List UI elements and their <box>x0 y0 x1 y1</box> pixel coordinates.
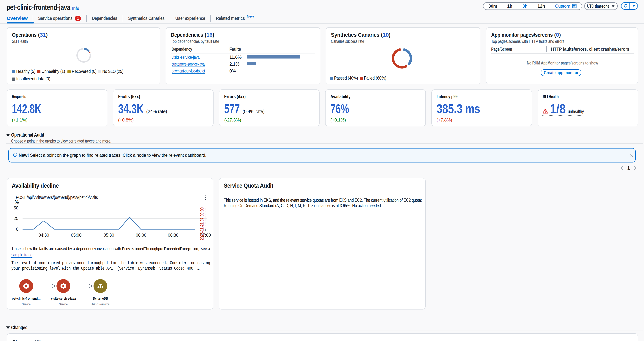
svg-text:%: % <box>15 200 19 204</box>
svg-text:06:30: 06:30 <box>168 233 178 238</box>
svg-text:0: 0 <box>16 226 18 232</box>
svg-text:25: 25 <box>14 216 18 221</box>
svg-text:04:30: 04:30 <box>38 233 49 238</box>
svg-text:05:00: 05:00 <box>71 233 82 238</box>
svg-text:05:30: 05:30 <box>104 233 114 238</box>
svg-text:50: 50 <box>14 205 18 210</box>
svg-text:06:00: 06:00 <box>136 233 146 238</box>
svg-text:2025-11-21 07:00:00: 2025-11-21 07:00:00 <box>200 208 204 240</box>
